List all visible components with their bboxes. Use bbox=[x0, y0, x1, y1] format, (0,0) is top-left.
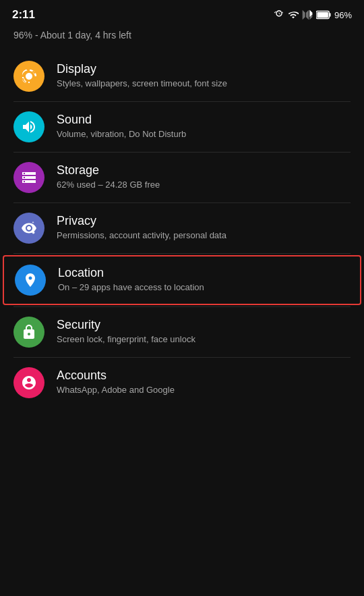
settings-item-privacy[interactable]: Privacy Permissions, account activity, p… bbox=[0, 203, 364, 253]
settings-item-display[interactable]: Display Styles, wallpapers, screen timeo… bbox=[0, 51, 364, 101]
security-subtitle: Screen lock, fingerprint, face unlock bbox=[57, 333, 351, 346]
alarm-icon bbox=[274, 9, 284, 20]
status-bar: 2:11 96% bbox=[0, 0, 364, 27]
sound-text: Sound Volume, vibration, Do Not Disturb bbox=[57, 113, 351, 140]
storage-title: Storage bbox=[57, 163, 351, 178]
settings-item-location[interactable]: Location On – 29 apps have access to loc… bbox=[3, 255, 361, 305]
battery-percent: 96% bbox=[334, 10, 352, 20]
settings-item-accounts[interactable]: Accounts WhatsApp, Adobe and Google bbox=[0, 358, 364, 408]
storage-icon bbox=[21, 169, 37, 186]
security-text: Security Screen lock, fingerprint, face … bbox=[57, 318, 351, 346]
accounts-icon-circle bbox=[13, 367, 44, 398]
location-title: Location bbox=[58, 266, 349, 280]
storage-icon-circle bbox=[13, 162, 44, 193]
settings-item-storage[interactable]: Storage 62% used – 24.28 GB free bbox=[0, 153, 364, 202]
security-icon-circle bbox=[13, 317, 44, 348]
accounts-icon bbox=[21, 375, 37, 391]
sound-subtitle: Volume, vibration, Do Not Disturb bbox=[57, 128, 351, 140]
settings-list: Display Styles, wallpapers, screen timeo… bbox=[0, 51, 364, 408]
signal-icon bbox=[302, 9, 313, 20]
privacy-icon bbox=[21, 220, 37, 236]
battery-icon bbox=[316, 9, 331, 20]
display-icon-circle bbox=[13, 61, 44, 92]
privacy-icon-circle bbox=[13, 213, 44, 244]
display-icon bbox=[21, 68, 37, 84]
accounts-title: Accounts bbox=[57, 369, 351, 383]
location-text: Location On – 29 apps have access to loc… bbox=[58, 266, 349, 294]
sound-icon bbox=[21, 119, 37, 135]
wifi-icon bbox=[288, 9, 299, 20]
privacy-text: Privacy Permissions, account activity, p… bbox=[57, 214, 351, 242]
battery-notice: 96% - About 1 day, 4 hrs left bbox=[0, 27, 364, 51]
sound-title: Sound bbox=[57, 113, 351, 127]
divider-4 bbox=[13, 253, 351, 254]
security-title: Security bbox=[57, 318, 351, 332]
location-subtitle: On – 29 apps have access to location bbox=[58, 281, 349, 294]
sound-icon-circle bbox=[13, 111, 44, 142]
svg-rect-1 bbox=[330, 13, 331, 17]
accounts-text: Accounts WhatsApp, Adobe and Google bbox=[57, 369, 351, 396]
settings-item-sound[interactable]: Sound Volume, vibration, Do Not Disturb bbox=[0, 102, 364, 152]
storage-text: Storage 62% used – 24.28 GB free bbox=[57, 163, 351, 191]
status-icons: 96% bbox=[274, 9, 352, 20]
accounts-subtitle: WhatsApp, Adobe and Google bbox=[57, 384, 351, 396]
status-time: 2:11 bbox=[12, 8, 35, 22]
svg-rect-2 bbox=[317, 12, 328, 18]
display-text: Display Styles, wallpapers, screen timeo… bbox=[57, 62, 351, 90]
privacy-title: Privacy bbox=[57, 214, 351, 228]
location-icon-circle bbox=[15, 265, 46, 296]
location-icon bbox=[22, 272, 38, 288]
privacy-subtitle: Permissions, account activity, personal … bbox=[57, 229, 351, 242]
storage-subtitle: 62% used – 24.28 GB free bbox=[57, 179, 351, 191]
settings-item-security[interactable]: Security Screen lock, fingerprint, face … bbox=[0, 307, 364, 357]
display-title: Display bbox=[57, 62, 351, 76]
display-subtitle: Styles, wallpapers, screen timeout, font… bbox=[57, 78, 351, 90]
security-icon bbox=[21, 324, 37, 340]
